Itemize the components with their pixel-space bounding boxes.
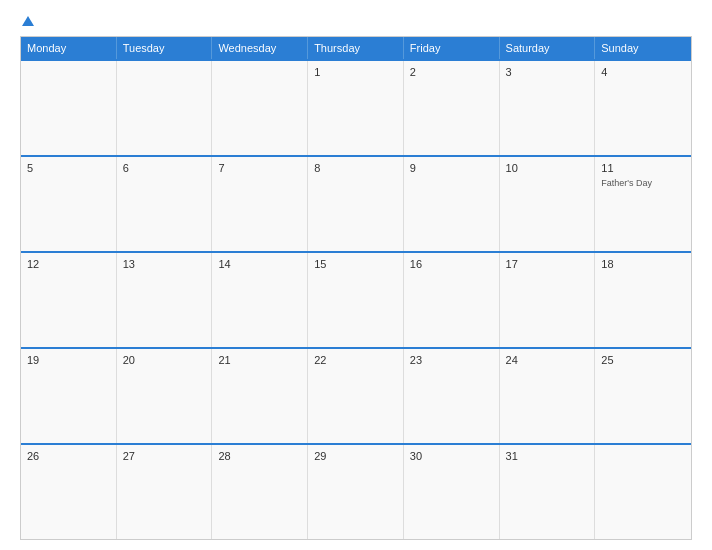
day-number: 15 [314,258,397,270]
day-cell: 18 [595,253,691,347]
day-number: 19 [27,354,110,366]
day-number: 2 [410,66,493,78]
week-row-1: 567891011Father's Day [21,155,691,251]
logo [20,16,34,26]
day-number: 27 [123,450,206,462]
day-cell: 15 [308,253,404,347]
day-cell: 26 [21,445,117,539]
day-number: 1 [314,66,397,78]
day-cell: 7 [212,157,308,251]
day-cell [117,61,213,155]
header [20,16,692,26]
day-number: 5 [27,162,110,174]
day-number: 30 [410,450,493,462]
week-row-4: 262728293031 [21,443,691,539]
day-cell: 28 [212,445,308,539]
day-cell: 24 [500,349,596,443]
day-number: 7 [218,162,301,174]
day-number: 17 [506,258,589,270]
day-cell: 10 [500,157,596,251]
day-header-saturday: Saturday [500,37,596,59]
day-cell: 27 [117,445,213,539]
day-number: 21 [218,354,301,366]
day-cell: 20 [117,349,213,443]
day-cell [595,445,691,539]
day-cell: 4 [595,61,691,155]
day-cell: 21 [212,349,308,443]
week-row-2: 12131415161718 [21,251,691,347]
day-cell: 2 [404,61,500,155]
day-cell: 9 [404,157,500,251]
day-header-thursday: Thursday [308,37,404,59]
event-label: Father's Day [601,178,685,188]
day-number: 13 [123,258,206,270]
days-header-row: MondayTuesdayWednesdayThursdayFridaySatu… [21,37,691,59]
day-number: 26 [27,450,110,462]
day-cell: 1 [308,61,404,155]
day-number: 8 [314,162,397,174]
day-cell: 6 [117,157,213,251]
day-cell: 3 [500,61,596,155]
day-cell: 31 [500,445,596,539]
day-number: 3 [506,66,589,78]
week-row-3: 19202122232425 [21,347,691,443]
calendar-page: MondayTuesdayWednesdayThursdayFridaySatu… [0,0,712,550]
week-row-0: 1234 [21,59,691,155]
day-header-sunday: Sunday [595,37,691,59]
day-number: 24 [506,354,589,366]
day-cell: 30 [404,445,500,539]
day-number: 31 [506,450,589,462]
day-cell: 25 [595,349,691,443]
day-cell: 12 [21,253,117,347]
day-cell [21,61,117,155]
day-header-friday: Friday [404,37,500,59]
day-number: 25 [601,354,685,366]
day-number: 12 [27,258,110,270]
day-cell: 16 [404,253,500,347]
day-header-monday: Monday [21,37,117,59]
day-number: 22 [314,354,397,366]
day-number: 4 [601,66,685,78]
day-cell: 29 [308,445,404,539]
day-cell [212,61,308,155]
day-number: 23 [410,354,493,366]
day-number: 6 [123,162,206,174]
day-cell: 11Father's Day [595,157,691,251]
day-number: 9 [410,162,493,174]
day-cell: 22 [308,349,404,443]
calendar-grid: MondayTuesdayWednesdayThursdayFridaySatu… [20,36,692,540]
day-cell: 23 [404,349,500,443]
day-header-wednesday: Wednesday [212,37,308,59]
weeks-container: 1234567891011Father's Day121314151617181… [21,59,691,539]
day-number: 18 [601,258,685,270]
day-number: 14 [218,258,301,270]
day-cell: 8 [308,157,404,251]
day-number: 11 [601,162,685,174]
day-cell: 17 [500,253,596,347]
day-header-tuesday: Tuesday [117,37,213,59]
day-cell: 19 [21,349,117,443]
day-number: 16 [410,258,493,270]
day-number: 10 [506,162,589,174]
logo-triangle-icon [22,16,34,26]
day-number: 20 [123,354,206,366]
day-number: 28 [218,450,301,462]
day-cell: 14 [212,253,308,347]
day-cell: 5 [21,157,117,251]
day-number: 29 [314,450,397,462]
day-cell: 13 [117,253,213,347]
